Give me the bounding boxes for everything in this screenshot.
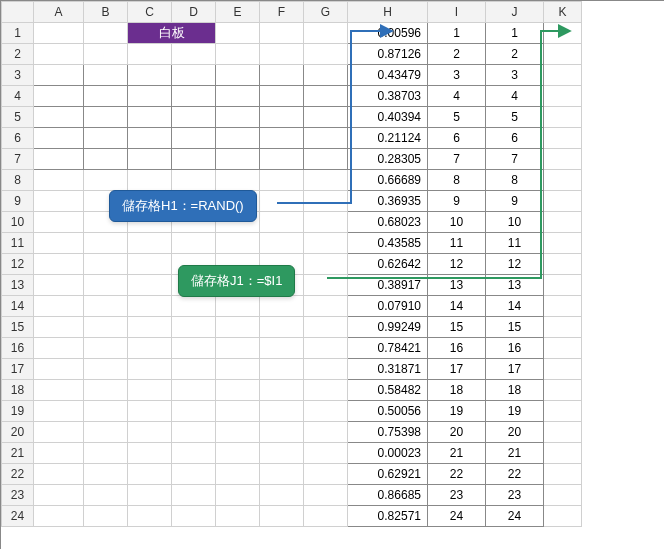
cell-J17[interactable]: 17	[486, 359, 544, 380]
cell-K20[interactable]	[544, 422, 582, 443]
cell-C7[interactable]	[128, 149, 172, 170]
cell-H24[interactable]: 0.82571	[348, 506, 428, 527]
cell-F20[interactable]	[260, 422, 304, 443]
cell-A13[interactable]	[34, 275, 84, 296]
row-header-12[interactable]: 12	[2, 254, 34, 275]
cell-D5[interactable]	[172, 107, 216, 128]
cell-B20[interactable]	[84, 422, 128, 443]
cell-B5[interactable]	[84, 107, 128, 128]
cell-C20[interactable]	[128, 422, 172, 443]
cell-H21[interactable]: 0.00023	[348, 443, 428, 464]
cell-C4[interactable]	[128, 86, 172, 107]
cell-K24[interactable]	[544, 506, 582, 527]
cell-E17[interactable]	[216, 359, 260, 380]
row-header-17[interactable]: 17	[2, 359, 34, 380]
cell-K7[interactable]	[544, 149, 582, 170]
cell-H6[interactable]: 0.21124	[348, 128, 428, 149]
cell-D15[interactable]	[172, 317, 216, 338]
cell-F24[interactable]	[260, 506, 304, 527]
cell-J8[interactable]: 8	[486, 170, 544, 191]
cell-D17[interactable]	[172, 359, 216, 380]
cell-A4[interactable]	[34, 86, 84, 107]
cell-E4[interactable]	[216, 86, 260, 107]
cell-A15[interactable]	[34, 317, 84, 338]
cell-F22[interactable]	[260, 464, 304, 485]
cell-H14[interactable]: 0.07910	[348, 296, 428, 317]
cell-G6[interactable]	[304, 128, 348, 149]
cell-J16[interactable]: 16	[486, 338, 544, 359]
cell-H19[interactable]: 0.50056	[348, 401, 428, 422]
cell-I2[interactable]: 2	[428, 44, 486, 65]
cell-E3[interactable]	[216, 65, 260, 86]
cell-J23[interactable]: 23	[486, 485, 544, 506]
row-header-15[interactable]: 15	[2, 317, 34, 338]
cell-E6[interactable]	[216, 128, 260, 149]
col-header-C[interactable]: C	[128, 2, 172, 23]
cell-F8[interactable]	[260, 170, 304, 191]
cell-I18[interactable]: 18	[428, 380, 486, 401]
cell-H12[interactable]: 0.62642	[348, 254, 428, 275]
cell-C14[interactable]	[128, 296, 172, 317]
cell-D8[interactable]	[172, 170, 216, 191]
cell-I13[interactable]: 13	[428, 275, 486, 296]
cell-A7[interactable]	[34, 149, 84, 170]
cell-I14[interactable]: 14	[428, 296, 486, 317]
row-header-2[interactable]: 2	[2, 44, 34, 65]
cell-E7[interactable]	[216, 149, 260, 170]
cell-H15[interactable]: 0.99249	[348, 317, 428, 338]
cell-D4[interactable]	[172, 86, 216, 107]
cell-F4[interactable]	[260, 86, 304, 107]
cell-H4[interactable]: 0.38703	[348, 86, 428, 107]
cell-C24[interactable]	[128, 506, 172, 527]
cell-A19[interactable]	[34, 401, 84, 422]
row-header-14[interactable]: 14	[2, 296, 34, 317]
cell-A10[interactable]	[34, 212, 84, 233]
cell-A2[interactable]	[34, 44, 84, 65]
cell-B22[interactable]	[84, 464, 128, 485]
cell-J13[interactable]: 13	[486, 275, 544, 296]
cell-J7[interactable]: 7	[486, 149, 544, 170]
cell-F17[interactable]	[260, 359, 304, 380]
cell-F2[interactable]	[260, 44, 304, 65]
cell-A18[interactable]	[34, 380, 84, 401]
cell-A14[interactable]	[34, 296, 84, 317]
col-header-K[interactable]: K	[544, 2, 582, 23]
cell-E11[interactable]	[216, 233, 260, 254]
cell-I22[interactable]: 22	[428, 464, 486, 485]
cell-K14[interactable]	[544, 296, 582, 317]
cell-I3[interactable]: 3	[428, 65, 486, 86]
cell-E8[interactable]	[216, 170, 260, 191]
row-header-21[interactable]: 21	[2, 443, 34, 464]
cell-B12[interactable]	[84, 254, 128, 275]
cell-J12[interactable]: 12	[486, 254, 544, 275]
cell-F16[interactable]	[260, 338, 304, 359]
cell-J11[interactable]: 11	[486, 233, 544, 254]
cell-F21[interactable]	[260, 443, 304, 464]
cell-A20[interactable]	[34, 422, 84, 443]
cell-C21[interactable]	[128, 443, 172, 464]
cell-J4[interactable]: 4	[486, 86, 544, 107]
cell-G24[interactable]	[304, 506, 348, 527]
cell-A8[interactable]	[34, 170, 84, 191]
cell-E18[interactable]	[216, 380, 260, 401]
cell-J15[interactable]: 15	[486, 317, 544, 338]
cell-C16[interactable]	[128, 338, 172, 359]
cell-C15[interactable]	[128, 317, 172, 338]
row-header-13[interactable]: 13	[2, 275, 34, 296]
row-header-19[interactable]: 19	[2, 401, 34, 422]
cell-B4[interactable]	[84, 86, 128, 107]
cell-C8[interactable]	[128, 170, 172, 191]
cell-H9[interactable]: 0.36935	[348, 191, 428, 212]
cell-I17[interactable]: 17	[428, 359, 486, 380]
cell-E20[interactable]	[216, 422, 260, 443]
cell-J14[interactable]: 14	[486, 296, 544, 317]
cell-B8[interactable]	[84, 170, 128, 191]
cell-G15[interactable]	[304, 317, 348, 338]
cell-J18[interactable]: 18	[486, 380, 544, 401]
cell-D16[interactable]	[172, 338, 216, 359]
row-header-22[interactable]: 22	[2, 464, 34, 485]
cell-K2[interactable]	[544, 44, 582, 65]
cell-D21[interactable]	[172, 443, 216, 464]
cell-G4[interactable]	[304, 86, 348, 107]
cell-B15[interactable]	[84, 317, 128, 338]
